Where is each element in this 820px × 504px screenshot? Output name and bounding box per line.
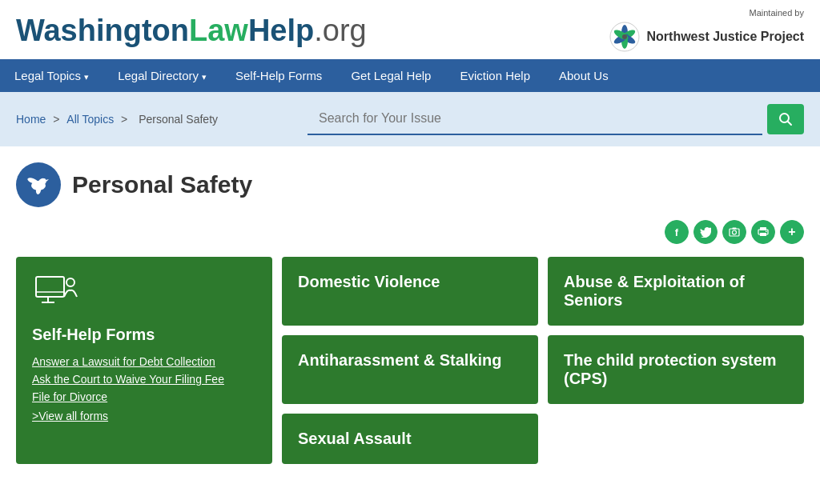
svg-point-13 (42, 178, 46, 182)
search-icon (778, 112, 793, 126)
svg-line-9 (788, 122, 792, 126)
topic-card-abuse-seniors[interactable]: Abuse & Exploitation of Seniors (548, 257, 804, 326)
camera-icon (729, 226, 740, 238)
svg-point-17 (733, 230, 737, 234)
personal-safety-icon (25, 171, 52, 198)
svg-rect-22 (766, 231, 767, 233)
njp-emblem-icon (609, 21, 641, 53)
search-input[interactable] (308, 103, 762, 135)
topic-card-cps[interactable]: The child protection system (CPS) (548, 335, 804, 404)
njp-logo: Northwest Justice Project (609, 21, 805, 53)
site-logo[interactable]: WashingtonLawHelp.org (16, 15, 367, 46)
topic-title-abuse-seniors: Abuse & Exploitation of Seniors (564, 273, 745, 309)
nav-link-get-legal-help[interactable]: Get Legal Help (336, 59, 445, 92)
topic-title-cps: The child protection system (CPS) (564, 351, 777, 387)
print-icon (758, 226, 769, 238)
selfhelp-view-all[interactable]: >View all forms (32, 410, 256, 422)
dropdown-caret-icon: ▾ (84, 72, 89, 82)
selfhelp-forms-card: Self-Help Forms Answer a Lawsuit for Deb… (16, 257, 272, 464)
breadcrumb-home[interactable]: Home (16, 113, 46, 126)
svg-point-7 (622, 34, 627, 39)
nav-item-legal-topics[interactable]: Legal Topics▾ (0, 59, 103, 92)
nav-item-legal-directory[interactable]: Legal Directory▾ (103, 59, 221, 92)
svg-rect-16 (730, 229, 739, 236)
twitter-icon (700, 226, 711, 238)
selfhelp-link-divorce[interactable]: File for Divorce (32, 390, 256, 403)
topic-title-sexual-assault: Sexual Assault (298, 430, 412, 447)
search-area (308, 103, 804, 135)
nav-link-about-us[interactable]: About Us (545, 59, 623, 92)
nav-item-self-help[interactable]: Self-Help Forms (221, 59, 336, 92)
search-button[interactable] (767, 104, 804, 134)
nav-link-legal-directory[interactable]: Legal Directory▾ (103, 59, 221, 92)
social-twitter-button[interactable] (693, 220, 718, 244)
breadcrumb-all-topics[interactable]: All Topics (66, 113, 114, 126)
selfhelp-link-waive[interactable]: Ask the Court to Waive Your Filing Fee (32, 373, 256, 386)
svg-rect-18 (733, 228, 737, 230)
social-facebook-button[interactable]: f (665, 220, 689, 244)
cards-grid: Self-Help Forms Answer a Lawsuit for Deb… (16, 257, 804, 464)
social-row: f + (16, 220, 804, 244)
social-camera-button[interactable] (722, 220, 746, 244)
selfhelp-link-debt[interactable]: Answer a Lawsuit for Debt Collection (32, 355, 256, 368)
social-print-button[interactable] (751, 220, 775, 244)
svg-rect-21 (760, 233, 766, 236)
selfhelp-forms-icon (32, 273, 256, 316)
topic-title-domestic-violence: Domestic Violence (298, 273, 440, 290)
page-title: Personal Safety (72, 171, 252, 198)
selfhelp-links: Answer a Lawsuit for Debt Collection Ask… (32, 355, 256, 422)
maintained-text: Maintained by (609, 8, 805, 18)
breadcrumb-sep1: > (53, 113, 62, 126)
breadcrumb: Home > All Topics > Personal Safety (16, 113, 222, 126)
topic-card-domestic-violence[interactable]: Domestic Violence (282, 257, 538, 326)
forms-computer-icon (32, 273, 80, 313)
topic-card-sexual-assault[interactable]: Sexual Assault (282, 414, 538, 464)
main-nav: Legal Topics▾ Legal Directory▾ Self-Help… (0, 59, 820, 92)
logo-help: Help (248, 14, 314, 47)
social-more-button[interactable]: + (780, 220, 804, 244)
nav-item-about-us[interactable]: About Us (545, 59, 623, 92)
selfhelp-title: Self-Help Forms (32, 326, 256, 344)
logo-law: Law (189, 14, 248, 47)
logo-org: .org (314, 14, 366, 47)
maintained-area: Maintained by Northwest Justice Project (609, 8, 805, 53)
nav-link-self-help[interactable]: Self-Help Forms (221, 59, 336, 92)
main-content: Personal Safety f + (0, 146, 820, 488)
njp-name: Northwest Justice Project (647, 30, 805, 44)
nav-item-get-legal-help[interactable]: Get Legal Help (336, 59, 445, 92)
nav-link-legal-topics[interactable]: Legal Topics▾ (0, 59, 103, 92)
dropdown-caret-icon: ▾ (202, 72, 207, 82)
header: WashingtonLawHelp.org Maintained by Nort… (0, 0, 820, 59)
breadcrumb-current: Personal Safety (139, 113, 218, 126)
topic-card-antiharassment[interactable]: Antiharassment & Stalking (282, 335, 538, 404)
nav-link-eviction-help[interactable]: Eviction Help (445, 59, 545, 92)
svg-point-27 (66, 278, 74, 286)
nav-item-eviction-help[interactable]: Eviction Help (445, 59, 545, 92)
top-section: Home > All Topics > Personal Safety (0, 92, 820, 146)
page-title-area: Personal Safety (16, 162, 804, 207)
breadcrumb-sep2: > (121, 113, 131, 126)
logo-washington: Washington (16, 14, 189, 47)
topic-title-antiharassment: Antiharassment & Stalking (298, 351, 502, 369)
page-icon (16, 162, 61, 207)
svg-rect-23 (36, 277, 64, 297)
